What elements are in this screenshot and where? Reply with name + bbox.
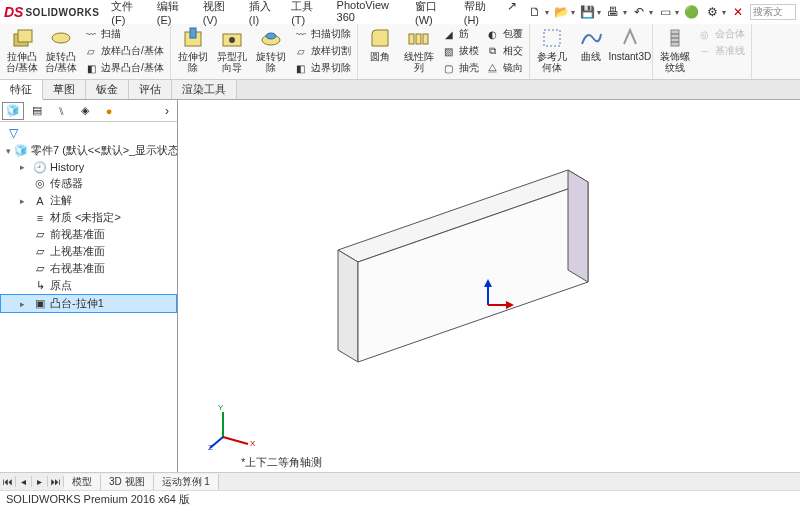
manager-tabs: 🧊 ▤ ⑊ ◈ ● › <box>0 100 177 122</box>
feature-tree-tab-icon[interactable]: 🧊 <box>2 102 24 120</box>
sensor-icon: ◎ <box>33 177 47 191</box>
revolve-boss-button[interactable]: 旋转凸 台/基体 <box>43 26 79 73</box>
tab-feature[interactable]: 特征 <box>0 80 43 100</box>
boundary-button[interactable]: ◧边界凸台/基体 <box>82 60 166 76</box>
tab-evaluate[interactable]: 评估 <box>129 80 172 99</box>
quick-access-toolbar: 🗋▾ 📂▾ 💾▾ 🖶▾ ↶▾ ▭▾ 🟢 ⚙▾ ✕ 搜索文 <box>526 3 796 21</box>
tree-boss-extrude[interactable]: ▸▣凸台-拉伸1 <box>0 294 177 313</box>
linear-pattern-button[interactable]: 线性阵 列 <box>401 26 437 73</box>
curves-button[interactable]: 曲线 <box>573 26 609 62</box>
display-manager-tab-icon[interactable]: ● <box>98 102 120 120</box>
tree-material[interactable]: ≡材质 <未指定> <box>0 209 177 226</box>
fillet-icon <box>368 26 392 50</box>
bottom-tab-model[interactable]: 模型 <box>64 474 101 490</box>
svg-point-8 <box>266 33 276 39</box>
feature-manager-panel: 🧊 ▤ ⑊ ◈ ● › ▽ ▾🧊零件7 (默认<<默认>_显示状态 1>) ▸🕘… <box>0 100 178 472</box>
select-icon[interactable]: ▭ <box>656 3 674 21</box>
bottom-tab-motion[interactable]: 运动算例 1 <box>154 474 219 490</box>
tab-next-icon[interactable]: ▸ <box>32 476 48 487</box>
bottom-tab-3dview[interactable]: 3D 视图 <box>101 474 154 490</box>
dimxpert-tab-icon[interactable]: ◈ <box>74 102 96 120</box>
hole-wizard-button[interactable]: 异型孔 向导 <box>214 26 250 73</box>
boundary-icon: ◧ <box>84 61 98 75</box>
open-icon[interactable]: 📂 <box>552 3 570 21</box>
rib-icon: ◢ <box>442 27 456 41</box>
undo-icon[interactable]: ↶ <box>630 3 648 21</box>
tree-right-plane[interactable]: ▱右视基准面 <box>0 260 177 277</box>
panel-expand-icon[interactable]: › <box>159 104 175 118</box>
options-icon[interactable]: ⚙ <box>703 3 721 21</box>
draft-button[interactable]: ▧拔模 <box>440 43 481 59</box>
ref-geometry-button[interactable]: 参考几 何体 <box>534 26 570 73</box>
tree-origin[interactable]: ↳原点 <box>0 277 177 294</box>
property-manager-tab-icon[interactable]: ▤ <box>26 102 48 120</box>
intersect-button[interactable]: ⧉相交 <box>484 43 525 59</box>
combine-button: ◎会合体 <box>696 26 747 42</box>
extrude-cut-icon <box>181 26 205 50</box>
boundary-cut-button[interactable]: ◧边界切除 <box>292 60 353 76</box>
tab-render[interactable]: 渲染工具 <box>172 80 237 99</box>
tab-sheetmetal[interactable]: 钣金 <box>86 80 129 99</box>
extrude-boss-icon <box>10 26 34 50</box>
svg-marker-23 <box>484 279 492 287</box>
config-manager-tab-icon[interactable]: ⑊ <box>50 102 72 120</box>
loft-cut-icon: ▱ <box>294 44 308 58</box>
graphics-viewport[interactable]: Y X Z *上下二等角轴测 <box>178 100 800 472</box>
revolve-cut-button[interactable]: 旋转切 除 <box>253 26 289 73</box>
save-icon[interactable]: 💾 <box>578 3 596 21</box>
close-icon[interactable]: ✕ <box>729 3 747 21</box>
instant3d-button[interactable]: Instant3D <box>612 26 648 62</box>
tree-front-plane[interactable]: ▱前视基准面 <box>0 226 177 243</box>
sweep-button[interactable]: 〰扫描 <box>82 26 166 42</box>
svg-marker-20 <box>568 170 588 282</box>
loft-button[interactable]: ▱放样凸台/基体 <box>82 43 166 59</box>
svg-marker-24 <box>506 301 514 309</box>
svg-text:Y: Y <box>218 403 224 412</box>
tree-history[interactable]: ▸🕘History <box>0 159 177 175</box>
search-input[interactable]: 搜索文 <box>750 4 796 20</box>
feature-tree: ▾🧊零件7 (默认<<默认>_显示状态 1>) ▸🕘History ◎传感器 ▸… <box>0 142 177 472</box>
command-tabs: 特征 草图 钣金 评估 渲染工具 <box>0 80 800 100</box>
print-icon[interactable]: 🖶 <box>604 3 622 21</box>
history-icon: 🕘 <box>33 160 47 174</box>
origin-icon: ↳ <box>33 279 47 293</box>
rib-button[interactable]: ◢筋 <box>440 26 481 42</box>
svg-point-2 <box>52 33 70 43</box>
rebuild-icon[interactable]: 🟢 <box>682 3 700 21</box>
tree-top-plane[interactable]: ▱上视基准面 <box>0 243 177 260</box>
tab-last-icon[interactable]: ⏭ <box>48 476 64 487</box>
tree-sensors[interactable]: ◎传感器 <box>0 175 177 192</box>
tab-sketch[interactable]: 草图 <box>43 80 86 99</box>
tree-annotations[interactable]: ▸A注解 <box>0 192 177 209</box>
extrude-cut-button[interactable]: 拉伸切 除 <box>175 26 211 73</box>
shell-icon: ▢ <box>442 61 456 75</box>
tab-prev-icon[interactable]: ◂ <box>16 476 32 487</box>
tab-first-icon[interactable]: ⏮ <box>0 476 16 487</box>
app-logo: DS SOLIDWORKS <box>4 4 99 20</box>
svg-point-6 <box>229 37 235 43</box>
new-icon[interactable]: 🗋 <box>526 3 544 21</box>
mirror-button[interactable]: ⧋镜向 <box>484 60 525 76</box>
sweep-cut-button[interactable]: 〰扫描切除 <box>292 26 353 42</box>
instant3d-icon <box>618 26 642 50</box>
plane-icon: ▱ <box>33 228 47 242</box>
wrap-icon: ◐ <box>486 27 500 41</box>
fillet-button[interactable]: 圆角 <box>362 26 398 62</box>
view-triad-icon: Y X Z <box>208 402 258 452</box>
extrude-boss-button[interactable]: 拉伸凸 台/基体 <box>4 26 40 73</box>
combine-icon: ◎ <box>698 27 712 41</box>
shell-button[interactable]: ▢抽壳 <box>440 60 481 76</box>
tree-root[interactable]: ▾🧊零件7 (默认<<默认>_显示状态 1>) <box>0 142 177 159</box>
mirror-icon: ⧋ <box>486 61 500 75</box>
filter-icon[interactable]: ▽ <box>4 124 22 142</box>
wrap-button[interactable]: ◐包覆 <box>484 26 525 42</box>
plane-icon: ▱ <box>33 245 47 259</box>
cosmetic-thread-button[interactable]: 装饰螺 纹线 <box>657 26 693 73</box>
svg-text:Z: Z <box>208 443 213 452</box>
main-area: 🧊 ▤ ⑊ ◈ ● › ▽ ▾🧊零件7 (默认<<默认>_显示状态 1>) ▸🕘… <box>0 100 800 472</box>
baseline-icon: ─ <box>698 44 712 58</box>
ribbon-toolbar: 拉伸凸 台/基体 旋转凸 台/基体 〰扫描 ▱放样凸台/基体 ◧边界凸台/基体 … <box>0 24 800 80</box>
pointer-icon[interactable]: ↗ <box>504 0 520 15</box>
loft-cut-button[interactable]: ▱放样切割 <box>292 43 353 59</box>
annotation-icon: A <box>33 194 47 208</box>
